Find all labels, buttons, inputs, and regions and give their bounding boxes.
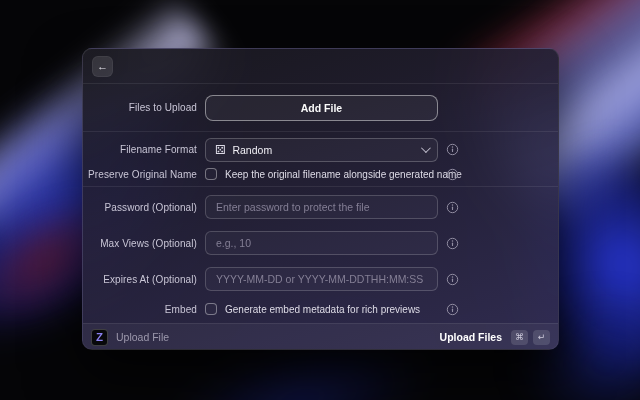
- back-arrow-icon: ←: [97, 60, 108, 72]
- filename-section: Filename Format ⚄ Random Preserve Origin…: [83, 132, 558, 186]
- embed-label: Embed: [83, 304, 197, 315]
- dialog-header: ←: [83, 49, 558, 83]
- info-icon[interactable]: [446, 168, 459, 181]
- preserve-name-checkbox[interactable]: [205, 168, 217, 180]
- filename-format-select[interactable]: ⚄ Random: [205, 138, 438, 162]
- expires-at-input[interactable]: [205, 267, 438, 291]
- zipline-logo: Z: [91, 329, 108, 346]
- add-file-button[interactable]: Add File: [205, 95, 438, 121]
- filename-format-label: Filename Format: [83, 144, 197, 155]
- dialog-title: Upload File: [116, 331, 169, 343]
- max-views-label: Max Views (Optional): [83, 238, 197, 249]
- info-icon[interactable]: [446, 237, 459, 250]
- die-icon: ⚄: [215, 144, 225, 156]
- add-file-button-label: Add File: [301, 102, 342, 114]
- files-section: Files to Upload Add File: [83, 84, 558, 131]
- zipline-logo-letter: Z: [96, 331, 103, 343]
- upload-files-label: Upload Files: [440, 331, 502, 343]
- back-button[interactable]: ←: [92, 56, 113, 77]
- info-icon[interactable]: [446, 273, 459, 286]
- options-section: Password (Optional) Max Views (Optional)…: [83, 187, 558, 323]
- preserve-original-name-label: Preserve Original Name: [83, 169, 197, 180]
- dialog-footer: Z Upload File Upload Files ⌘ ↵: [83, 323, 558, 350]
- chevron-down-icon: [421, 143, 431, 153]
- info-icon[interactable]: [446, 303, 459, 316]
- password-input[interactable]: [205, 195, 438, 219]
- info-icon[interactable]: [446, 201, 459, 214]
- upload-file-dialog: ← Files to Upload Add File Filename Form…: [82, 48, 559, 350]
- preserve-name-checkbox-label: Keep the original filename alongside gen…: [225, 169, 462, 180]
- max-views-input[interactable]: [205, 231, 438, 255]
- filename-format-value: Random: [232, 144, 272, 156]
- return-key-icon: ↵: [533, 330, 550, 345]
- info-icon[interactable]: [446, 143, 459, 156]
- command-key-icon: ⌘: [511, 330, 528, 345]
- embed-checkbox-label: Generate embed metadata for rich preview…: [225, 304, 420, 315]
- upload-files-button[interactable]: Upload Files ⌘ ↵: [440, 330, 550, 345]
- files-to-upload-label: Files to Upload: [83, 102, 197, 113]
- embed-checkbox[interactable]: [205, 303, 217, 315]
- password-label: Password (Optional): [83, 202, 197, 213]
- expires-at-label: Expires At (Optional): [83, 274, 197, 285]
